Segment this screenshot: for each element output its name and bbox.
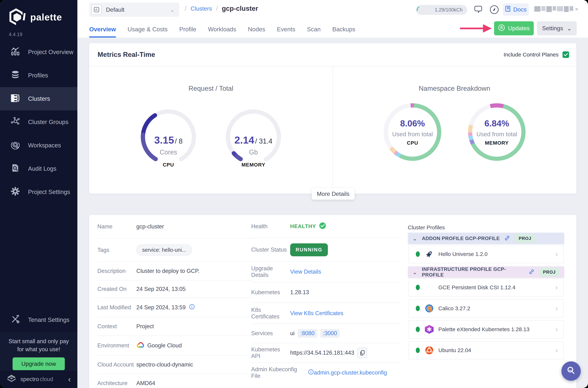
tab-profile[interactable]: Profile [179,26,196,38]
status-dot [416,348,420,353]
ubuntu-icon [425,346,434,355]
memory-namespace-donut: 6.84% Used from total MEMORY [468,103,525,161]
audit-icon [11,163,20,174]
updates-button[interactable]: Updates [494,21,534,35]
more-details-button[interactable]: More Details [312,188,355,200]
metrics-card: Metrics Real-Time Include Control Planes… [89,43,576,194]
sidebar-item-label: Workspaces [28,142,61,149]
servers-icon [11,93,20,104]
sidebar-item-project-overview[interactable]: Project Overview [0,40,77,64]
include-control-planes-checkbox[interactable] [563,51,569,58]
tag-pill[interactable]: service: hello-uni... [136,244,192,256]
sidebar-item-project-settings[interactable]: Project Settings [0,180,77,204]
metrics-title: Metrics Real-Time [98,51,155,58]
info-icon[interactable] [308,369,314,376]
tab-overview[interactable]: Overview [89,26,116,38]
profile-item-gce-disk[interactable]: GCE Persistent Disk CSI 1.12.4 › [408,278,564,296]
sidebar-item-workspaces[interactable]: Workspaces [0,134,77,157]
usage-quota-badge[interactable]: 1.29/100kCh [416,5,467,15]
sidebar-item-label: Tenant Settings [28,316,69,323]
cluster-profiles-panel: Cluster Profiles ⌄ ADDON PROFILE GCP-PRO… [408,215,564,388]
kubeconfig-link[interactable]: admin.gcp-cluster.kubeconfig [314,369,387,376]
updates-icon [498,24,505,33]
cluster-profiles-title: Cluster Profiles [408,224,445,231]
orbit-icon [11,140,20,151]
chevron-down-icon: ⌄ [170,7,175,13]
project-selector[interactable]: Default ⌄ [89,2,179,17]
tab-bar: Overview Usage & Costs Profile Workloads… [89,22,355,38]
profile-item-ubuntu[interactable]: Ubuntu 22.04 › [408,341,564,359]
copy-button[interactable] [358,348,367,358]
profile-item-hello-universe[interactable]: Hello Universe 1.2.0 › [408,245,564,263]
status-dot [416,285,420,290]
compass-icon[interactable] [489,5,499,15]
brand-name: palette [30,12,62,23]
request-total-title: Request / Total [89,85,333,92]
tab-usage-costs[interactable]: Usage & Costs [128,26,168,38]
sidebar-item-label: Audit Logs [28,165,56,172]
cpu-gauge: 3.15 / 8 Cores CPU [138,107,198,167]
sidebar-item-label: Project Overview [28,49,73,56]
search-fab[interactable] [562,362,581,381]
chevron-right-icon: › [555,250,558,258]
chevron-right-icon: › [555,346,558,354]
sidebar-item-audit-logs[interactable]: Audit Logs [0,157,77,180]
link-icon [504,235,510,242]
link-icon [529,269,534,275]
sidebar-item-profiles[interactable]: Profiles [0,64,77,87]
tab-scan[interactable]: Scan [307,26,320,38]
status-dot [416,306,420,311]
calico-icon [425,304,434,313]
redacted-username [534,6,573,12]
menu-dot [575,8,578,10]
sidebar-collapse-button[interactable]: ‹ [68,375,71,383]
book-icon [505,6,511,13]
details-column: Namegcp-cluster Tagsservice: hello-uni..… [97,215,253,388]
sidebar-item-label: Project Settings [28,189,70,195]
info-icon[interactable] [189,304,195,311]
breadcrumb-clusters-link[interactable]: Clusters [191,5,212,12]
tools-icon [11,315,20,325]
palette-logo-icon [8,8,25,26]
usage-ring-icon [416,5,425,14]
docs-button[interactable]: Docs [503,3,529,16]
health-status: HEALTHY [290,222,326,231]
profile-item-pxk[interactable]: Palette eXtended Kubernetes 1.28.13 › [408,320,564,339]
hello-universe-icon [425,250,434,259]
cluster-details-card: Namegcp-cluster Tagsservice: hello-uni..… [89,215,576,388]
sidebar-item-label: Clusters [28,95,50,102]
service-port-8080-link[interactable]: :8080 [298,329,317,338]
project-icon [91,4,102,15]
spectro-cloud-logo-icon [6,374,17,385]
chevron-down-icon: ⌄ [567,25,572,32]
settings-button[interactable]: Settings ⌄ [537,21,577,35]
chat-icon[interactable] [473,4,484,16]
breadcrumb-current: gcp-cluster [222,5,258,12]
tab-workloads[interactable]: Workloads [208,26,236,38]
project-selector-value: Default [106,6,124,13]
infrastructure-profile-header[interactable]: ⌄ INFRASTRUCTURE PROFILE GCP-PROFILE PRO… [408,266,564,278]
service-port-3000-link[interactable]: :3000 [320,329,340,338]
tenant-settings-row: Tenant Settings [0,308,77,332]
sidebar-item-clusters[interactable]: Clusters [0,87,77,110]
sidebar-item-tenant-settings[interactable]: Tenant Settings [0,308,77,332]
memory-gauge: 2.14 / 31.4 Gb MEMORY [223,107,283,167]
tab-nodes[interactable]: Nodes [248,26,265,38]
sidebar-nav: Project Overview Profiles [0,40,77,204]
cluster-name-value: gcp-cluster [136,223,164,230]
namespace-breakdown-title: Namespace Breakdown [333,85,576,92]
cluster-status-badge: RUNNING [290,243,328,256]
profile-item-calico[interactable]: Calico 3.27.2 › [408,299,564,317]
upgrade-now-button[interactable]: Upgrade now [13,357,65,370]
tab-backups[interactable]: Backups [332,26,355,38]
metrics-card-header: Metrics Real-Time Include Control Planes [89,43,576,66]
sidebar-item-cluster-groups[interactable]: Cluster Groups [0,110,77,134]
google-cloud-icon [136,341,144,350]
tab-events[interactable]: Events [277,26,295,38]
addon-profile-header[interactable]: ⌄ ADDON PROFILE GCP-PROFILE PROJ [408,233,564,244]
view-details-link[interactable]: View Details [290,268,321,275]
sidebar-item-label: Cluster Groups [28,119,68,125]
proj-badge: PROJ [515,234,535,243]
view-k8s-certificates-link[interactable]: View K8s Certificates [290,310,343,316]
annotation-arrow [460,23,492,34]
